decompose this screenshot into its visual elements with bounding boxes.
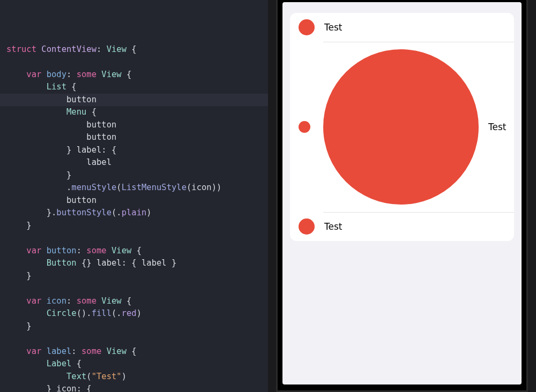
code-content: struct ContentView: View { var body: som… [6, 43, 268, 393]
list-row-button-2[interactable]: Test [290, 212, 514, 241]
circle-icon [299, 19, 315, 35]
simulator-panel: Test Test Test [268, 0, 536, 392]
row-label: Test [324, 22, 342, 33]
row-label: Test [324, 221, 342, 232]
phone-frame: Test Test Test [276, 0, 528, 392]
phone-screen[interactable]: Test Test Test [282, 2, 522, 385]
list-card: Test Test Test [290, 13, 514, 241]
code-editor[interactable]: struct ContentView: View { var body: som… [0, 0, 268, 392]
circle-icon [299, 121, 310, 133]
list-row-button-1[interactable]: Test [290, 13, 514, 42]
circle-icon [299, 218, 315, 235]
list-row-menu[interactable]: Test [290, 42, 514, 212]
circle-icon-large [323, 49, 479, 205]
row-label: Test [488, 122, 506, 132]
